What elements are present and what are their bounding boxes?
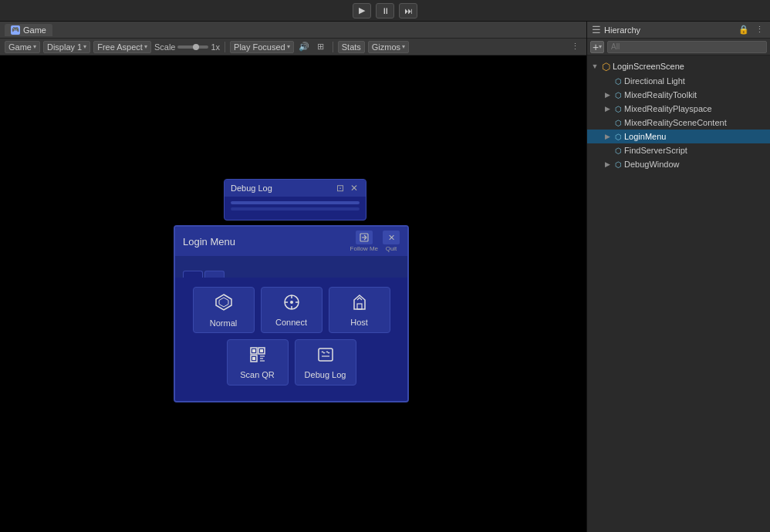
play-button[interactable]: ▶ — [353, 3, 371, 19]
game-label: Game — [8, 42, 32, 52]
hierarchy-toolbar: + ▾ — [587, 39, 770, 56]
play-focused-label: Play Focused — [234, 42, 285, 52]
hierarchy-search-input[interactable] — [607, 41, 767, 53]
debug-log-close-btn[interactable]: ✕ — [349, 183, 360, 194]
scale-slider[interactable] — [177, 45, 208, 49]
login-menu-titlebar: Login Menu Follow Me — [175, 227, 407, 256]
kebab-menu-btn[interactable]: ⋮ — [568, 41, 582, 53]
hier-arrow-2: ▶ — [603, 104, 612, 113]
host-btn[interactable]: Host — [329, 287, 390, 333]
game-dropdown[interactable]: Game ▾ — [5, 41, 40, 53]
scan-qr-label: Scan QR — [240, 370, 275, 379]
scene-root[interactable]: ▼ ⬡ LoginScreenScene — [587, 59, 770, 74]
scene-name: LoginScreenScene — [613, 62, 684, 71]
login-tab-1[interactable] — [204, 271, 225, 278]
hier-cube-6: ⬡ — [613, 160, 623, 169]
quit-label: Quit — [386, 245, 397, 252]
hier-cube-1: ⬡ — [613, 90, 623, 99]
hier-arrow-1: ▶ — [603, 90, 612, 99]
tab-game[interactable]: 🎮 Game — [5, 24, 52, 36]
separator-2 — [333, 42, 333, 52]
hierarchy-kebab-btn[interactable]: ⋮ — [753, 24, 765, 36]
svg-point-7 — [290, 301, 293, 304]
game-panel-header: 🎮 Game — [0, 22, 586, 39]
host-label: Host — [350, 318, 368, 327]
game-tab-icon: 🎮 — [11, 25, 20, 35]
scene-icon: ⬡ — [602, 61, 610, 72]
quit-btn[interactable]: ✕ — [383, 231, 400, 244]
hierarchy-item-mrp[interactable]: ▶ ⬡ MixedRealityPlayspace — [587, 102, 770, 116]
hierarchy-add-btn[interactable]: + ▾ — [590, 41, 604, 53]
scale-control: Scale 1x — [154, 42, 220, 52]
hierarchy-title: Hierarchy — [604, 25, 735, 35]
login-menu-body: Normal — [175, 278, 407, 401]
scan-qr-icon — [249, 346, 266, 367]
login-tab-0[interactable] — [183, 271, 203, 278]
mute-button[interactable]: 🔊 — [297, 41, 311, 53]
game-chevron: ▾ — [33, 43, 36, 50]
top-toolbar: ▶ ⏸ ⏭ — [0, 0, 770, 22]
debug-log-menu-btn[interactable]: Debug Log — [295, 339, 356, 386]
follow-me-container: Follow Me — [350, 231, 378, 252]
connect-btn[interactable]: Connect — [261, 287, 323, 333]
play-focused-dropdown[interactable]: Play Focused ▾ — [230, 41, 294, 53]
hier-label-6: DebugWindow — [624, 160, 680, 169]
connect-icon — [283, 294, 300, 315]
svg-rect-17 — [260, 349, 263, 352]
step-button[interactable]: ⏭ — [399, 3, 417, 19]
game-toolbar: Game ▾ Display 1 ▾ Free Aspect ▾ Scale 1… — [0, 39, 586, 56]
debug-log-minimize-btn[interactable]: ⊡ — [335, 183, 346, 194]
debug-log-menu-icon — [317, 346, 334, 367]
gizmos-dropdown[interactable]: Gizmos ▾ — [368, 41, 409, 53]
follow-me-label: Follow Me — [350, 245, 378, 252]
gizmos-chevron: ▾ — [402, 43, 405, 50]
normal-btn[interactable]: Normal — [193, 287, 255, 333]
hier-label-0: Directional Light — [624, 76, 685, 86]
svg-marker-4 — [216, 295, 231, 310]
svg-rect-16 — [252, 349, 255, 352]
svg-rect-12 — [357, 304, 362, 309]
scale-value: 1x — [211, 42, 220, 52]
debug-log-title: Debug Log — [231, 184, 272, 193]
hier-arrow-0 — [603, 76, 612, 86]
add-dropdown-icon: ▾ — [599, 43, 602, 50]
stats-button[interactable]: Stats — [338, 41, 365, 53]
hierarchy-item-findserver[interactable]: ⬡ FindServerScript — [587, 143, 770, 157]
connect-label: Connect — [275, 318, 307, 327]
scan-qr-btn[interactable]: Scan QR — [227, 339, 289, 386]
hier-arrow-5 — [603, 146, 612, 155]
hier-arrow-6: ▶ — [603, 160, 612, 169]
follow-me-btn[interactable] — [356, 231, 373, 244]
svg-rect-22 — [319, 348, 333, 361]
aspect-label: Free Aspect — [97, 42, 143, 52]
normal-label: Normal — [210, 318, 237, 328]
game-tab-label: Game — [23, 25, 46, 35]
hierarchy-item-debugwindow[interactable]: ▶ ⬡ DebugWindow — [587, 157, 770, 171]
login-menu-tabs — [175, 256, 407, 278]
hier-arrow-3 — [603, 118, 612, 127]
hier-arrow-4: ▶ — [603, 132, 612, 141]
hier-label-5: FindServerScript — [624, 146, 687, 155]
aspect-dropdown[interactable]: Free Aspect ▾ — [93, 41, 151, 53]
hierarchy-item-mrsc[interactable]: ⬡ MixedRealitySceneContent — [587, 116, 770, 130]
pause-button[interactable]: ⏸ — [376, 3, 394, 19]
add-icon: + — [593, 41, 599, 53]
play-focused-chevron: ▾ — [287, 43, 290, 50]
debug-log-window: Debug Log ⊡ ✕ — [224, 179, 366, 221]
grid-icon-btn[interactable]: ⊞ — [314, 41, 328, 53]
hierarchy-item-loginmenu[interactable]: ▶ ⬡ LoginMenu — [587, 130, 770, 143]
debug-log-titlebar: Debug Log ⊡ ✕ — [225, 180, 366, 197]
hierarchy-lock-btn[interactable]: 🔒 — [738, 24, 750, 36]
hier-cube-5: ⬡ — [613, 146, 623, 155]
debug-log-menu-label: Debug Log — [305, 370, 346, 379]
display-dropdown[interactable]: Display 1 ▾ — [43, 41, 90, 53]
hierarchy-content: ▼ ⬡ LoginScreenScene ⬡ Directional Light… — [587, 56, 770, 532]
separator-1 — [225, 42, 225, 52]
scene-arrow: ▼ — [590, 62, 599, 71]
svg-rect-18 — [252, 357, 255, 360]
hierarchy-item-directional-light[interactable]: ⬡ Directional Light — [587, 74, 770, 88]
hierarchy-list-icon: ☰ — [592, 24, 601, 35]
scale-thumb — [193, 44, 199, 50]
normal-icon — [214, 293, 233, 315]
hierarchy-item-mrtk[interactable]: ▶ ⬡ MixedRealityToolkit — [587, 88, 770, 102]
